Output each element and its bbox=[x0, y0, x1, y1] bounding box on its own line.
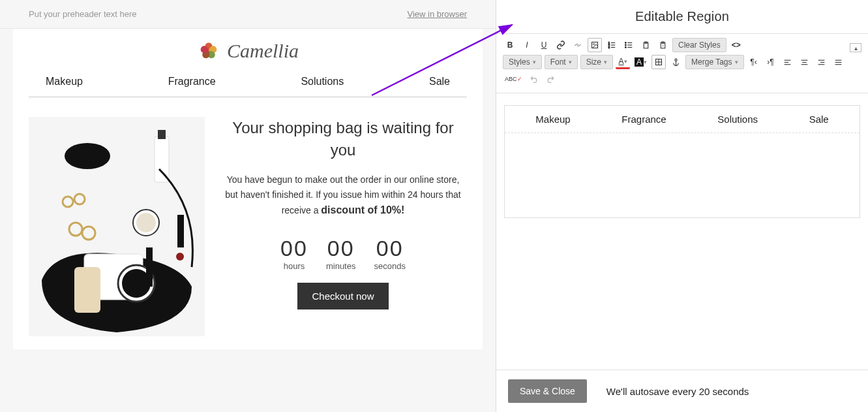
view-in-browser-link[interactable]: View in browser bbox=[407, 9, 467, 19]
autosave-notice: We'll autosave every 20 seconds bbox=[606, 386, 749, 397]
edit-nav-fragrance[interactable]: Fragrance bbox=[621, 114, 666, 125]
editor-panel: Editable Region ▴ B I U 123 bbox=[496, 0, 868, 412]
hours-label: hours bbox=[280, 261, 308, 271]
minutes-label: minutes bbox=[326, 261, 356, 271]
svg-point-30 bbox=[625, 44, 626, 46]
paste-button[interactable] bbox=[638, 38, 653, 52]
unlink-button[interactable] bbox=[571, 38, 585, 52]
align-right-button[interactable] bbox=[815, 55, 829, 69]
product-image bbox=[29, 117, 205, 336]
email-preview-panel: Put your preheader text here View in bro… bbox=[0, 0, 496, 412]
seconds-value: 00 bbox=[374, 236, 405, 261]
email-nav: Makeup Fragrance Solutions Sale bbox=[29, 71, 467, 97]
source-code-button[interactable]: <> bbox=[729, 38, 743, 52]
svg-point-9 bbox=[176, 253, 184, 261]
edit-nav-sale[interactable]: Sale bbox=[809, 114, 829, 125]
brand-flower-icon bbox=[197, 39, 220, 63]
spellcheck-button[interactable]: ABC✓ bbox=[503, 72, 524, 86]
svg-text:3: 3 bbox=[608, 46, 610, 49]
rtl-button[interactable]: ›¶ bbox=[764, 55, 778, 69]
brand-name: Camellia bbox=[227, 40, 299, 62]
svg-point-40 bbox=[674, 59, 676, 61]
svg-rect-2 bbox=[74, 267, 100, 313]
ordered-list-button[interactable]: 123 bbox=[605, 38, 619, 52]
svg-text:T: T bbox=[662, 44, 664, 47]
svg-point-19 bbox=[593, 44, 595, 45]
svg-rect-10 bbox=[177, 215, 184, 247]
ltr-button[interactable]: ¶‹ bbox=[747, 55, 761, 69]
unordered-list-button[interactable] bbox=[621, 38, 636, 52]
nav-item-sale[interactable]: Sale bbox=[429, 76, 450, 87]
editor-padding bbox=[496, 230, 868, 373]
checkout-button[interactable]: Checkout now bbox=[297, 283, 388, 309]
align-center-button[interactable] bbox=[798, 55, 812, 69]
save-close-button[interactable]: Save & Close bbox=[508, 379, 587, 403]
editable-content[interactable]: Makeup Fragrance Solutions Sale bbox=[504, 105, 860, 218]
edit-nav-makeup[interactable]: Makeup bbox=[535, 114, 570, 125]
nav-item-fragrance[interactable]: Fragrance bbox=[168, 76, 216, 87]
content-row: Your shopping bag is waiting for you You… bbox=[29, 117, 467, 336]
hero-body: You have begun to make out the order in … bbox=[219, 172, 467, 218]
svg-point-16 bbox=[136, 213, 156, 232]
collapse-toolbar-icon[interactable]: ▴ bbox=[850, 43, 861, 52]
text-color-button[interactable]: A▾ bbox=[616, 55, 630, 69]
table-button[interactable] bbox=[651, 55, 666, 69]
preheader-row: Put your preheader text here View in bro… bbox=[0, 0, 496, 29]
font-dropdown[interactable]: Font▾ bbox=[545, 55, 578, 69]
nav-item-makeup[interactable]: Makeup bbox=[46, 76, 83, 87]
align-left-button[interactable] bbox=[781, 55, 795, 69]
bg-color-button[interactable]: A▾ bbox=[633, 55, 649, 69]
hero-heading: Your shopping bag is waiting for you bbox=[219, 117, 467, 161]
editor-toolbar: ▴ B I U 123 T bbox=[496, 34, 868, 93]
underline-button[interactable]: U bbox=[537, 38, 551, 52]
hours-value: 00 bbox=[280, 236, 308, 261]
nav-item-solutions[interactable]: Solutions bbox=[301, 76, 344, 87]
edit-nav-solutions[interactable]: Solutions bbox=[717, 114, 758, 125]
svg-rect-6 bbox=[91, 153, 97, 155]
redo-button[interactable] bbox=[544, 72, 558, 86]
counter-hours: 00 hours bbox=[280, 236, 308, 271]
merge-tags-dropdown[interactable]: Merge Tags▾ bbox=[685, 55, 743, 69]
edit-blank-area[interactable] bbox=[505, 133, 860, 217]
email-body: Camellia Makeup Fragrance Solutions Sale bbox=[13, 29, 483, 349]
minutes-value: 00 bbox=[326, 236, 356, 261]
preheader-text[interactable]: Put your preheader text here bbox=[29, 9, 137, 19]
svg-rect-7 bbox=[155, 136, 169, 182]
countdown: 00 hours 00 minutes 00 seconds bbox=[219, 236, 467, 271]
anchor-button[interactable] bbox=[668, 55, 683, 69]
paste-text-button[interactable]: T bbox=[655, 38, 670, 52]
clear-styles-button[interactable]: Clear Styles bbox=[672, 38, 726, 52]
counter-minutes: 00 minutes bbox=[326, 236, 356, 271]
undo-button[interactable] bbox=[527, 72, 541, 86]
link-button[interactable] bbox=[554, 38, 568, 52]
hero-text: Your shopping bag is waiting for you You… bbox=[219, 117, 467, 336]
seconds-label: seconds bbox=[374, 261, 405, 271]
editor-title: Editable Region bbox=[496, 0, 868, 34]
hero-body-bold: discount of 10%! bbox=[321, 204, 404, 215]
svg-rect-5 bbox=[146, 247, 153, 287]
svg-rect-8 bbox=[158, 130, 166, 139]
styles-dropdown[interactable]: Styles▾ bbox=[503, 55, 542, 69]
svg-point-29 bbox=[625, 42, 626, 44]
italic-button[interactable]: I bbox=[520, 38, 534, 52]
image-button[interactable] bbox=[588, 38, 602, 52]
editor-footer: Save & Close We'll autosave every 20 sec… bbox=[496, 370, 868, 412]
align-justify-button[interactable] bbox=[831, 55, 846, 69]
logo: Camellia bbox=[29, 29, 467, 71]
svg-point-31 bbox=[625, 47, 626, 48]
bold-button[interactable]: B bbox=[503, 38, 517, 52]
counter-seconds: 00 seconds bbox=[374, 236, 405, 271]
size-dropdown[interactable]: Size▾ bbox=[580, 55, 613, 69]
